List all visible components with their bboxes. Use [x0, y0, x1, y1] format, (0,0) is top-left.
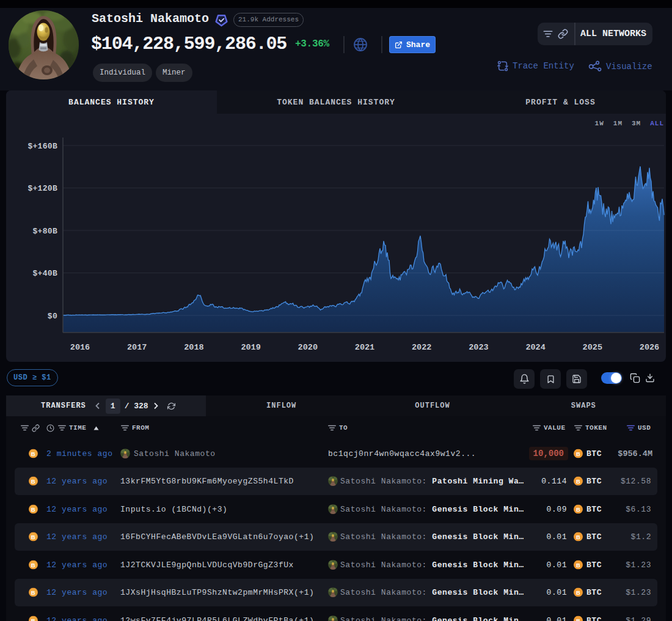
svg-text:2017: 2017 [127, 343, 147, 352]
svg-text:2022: 2022 [412, 343, 431, 352]
svg-text:2019: 2019 [241, 343, 260, 352]
svg-text:B: B [576, 478, 580, 485]
svg-text:B: B [31, 505, 35, 512]
svg-text:2020: 2020 [298, 343, 318, 352]
svg-text:2016: 2016 [70, 343, 90, 352]
svg-text:2024: 2024 [525, 343, 545, 352]
svg-text:B: B [576, 450, 580, 457]
svg-text:B: B [31, 561, 35, 568]
svg-text:2025: 2025 [583, 343, 602, 352]
svg-text:$+160B: $+160B [27, 142, 57, 151]
svg-text:B: B [576, 617, 580, 621]
svg-text:$+80B: $+80B [32, 227, 57, 236]
svg-text:2023: 2023 [469, 343, 488, 352]
svg-text:$+40B: $+40B [32, 269, 57, 278]
svg-text:B: B [31, 450, 35, 457]
svg-text:2026: 2026 [640, 343, 659, 352]
svg-text:2018: 2018 [184, 343, 203, 352]
svg-text:B: B [576, 589, 580, 596]
svg-text:B: B [31, 589, 35, 596]
svg-text:$+120B: $+120B [27, 184, 57, 193]
svg-text:B: B [576, 534, 580, 540]
svg-text:2021: 2021 [355, 343, 374, 352]
svg-text:$0: $0 [48, 312, 57, 321]
svg-text:B: B [576, 505, 580, 512]
svg-text:B: B [31, 478, 35, 485]
svg-text:B: B [31, 534, 35, 540]
svg-text:B: B [576, 561, 580, 568]
svg-text:B: B [31, 617, 35, 621]
